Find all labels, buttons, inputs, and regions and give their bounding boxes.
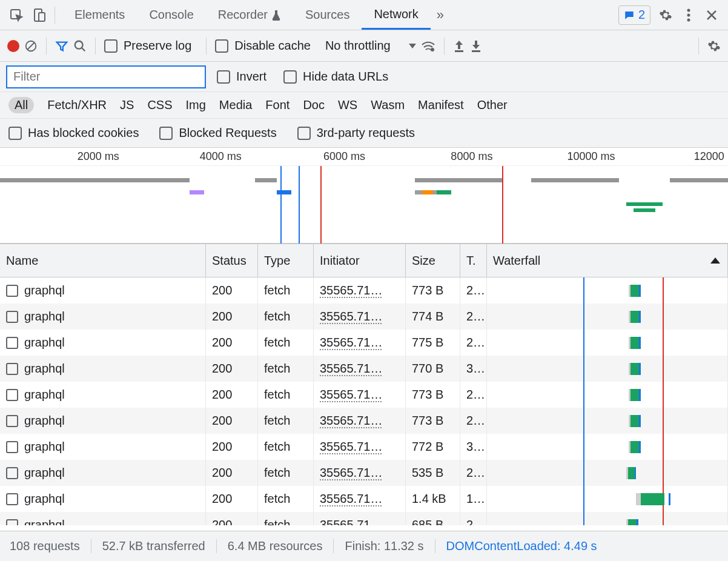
- record-button[interactable]: [7, 40, 19, 52]
- cell-status: 200: [206, 486, 258, 512]
- cell-name: graphql: [0, 356, 206, 382]
- col-size[interactable]: Size: [406, 244, 460, 277]
- tab-console[interactable]: Console: [137, 0, 205, 30]
- col-initiator[interactable]: Initiator: [314, 244, 406, 277]
- initiator-link[interactable]: 35565.71…: [320, 388, 382, 402]
- tab-sources[interactable]: Sources: [293, 0, 362, 30]
- clear-button[interactable]: [24, 39, 38, 53]
- type-js[interactable]: JS: [120, 98, 134, 112]
- type-media[interactable]: Media: [219, 98, 252, 112]
- download-har-icon[interactable]: [470, 39, 482, 53]
- inspect-icon[interactable]: [5, 4, 28, 27]
- initiator-link[interactable]: 35565.71…: [320, 440, 382, 454]
- sort-asc-icon: [710, 257, 720, 264]
- checkbox-icon[interactable]: [6, 337, 18, 349]
- initiator-link[interactable]: 35565.71…: [320, 466, 382, 480]
- checkbox-icon[interactable]: [6, 389, 18, 401]
- kebab-menu-icon[interactable]: [677, 4, 700, 27]
- cell-size: 775 B: [406, 330, 460, 356]
- checkbox-icon[interactable]: [6, 493, 18, 505]
- initiator-link[interactable]: 35565.71…: [320, 518, 382, 525]
- checkbox-icon[interactable]: [6, 441, 18, 453]
- invert-checkbox[interactable]: Invert: [217, 70, 266, 84]
- checkbox-icon[interactable]: [6, 363, 18, 375]
- hide-data-urls-checkbox[interactable]: Hide data URLs: [283, 70, 388, 84]
- checkbox-label: 3rd-party requests: [317, 126, 415, 140]
- panel-settings-icon[interactable]: [707, 39, 721, 53]
- table-row[interactable]: graphql200fetch35565.71…535 B2…: [0, 460, 728, 486]
- table-row[interactable]: graphql200fetch35565.71…773 B2…: [0, 408, 728, 434]
- checkbox-icon[interactable]: [6, 285, 18, 297]
- type-css[interactable]: CSS: [147, 98, 172, 112]
- initiator-link[interactable]: 35565.71…: [320, 284, 382, 297]
- col-time[interactable]: T.: [460, 244, 487, 277]
- type-fetch-xhr[interactable]: Fetch/XHR: [47, 98, 107, 112]
- type-img[interactable]: Img: [186, 98, 206, 112]
- cell-size: 772 B: [406, 434, 460, 460]
- third-party-checkbox[interactable]: 3rd-party requests: [297, 126, 415, 140]
- cell-type: fetch: [258, 382, 314, 408]
- col-waterfall[interactable]: Waterfall: [487, 244, 728, 277]
- tab-label: Elements: [74, 8, 125, 22]
- table-row[interactable]: graphql200fetch35565.71…1.4 kB1…: [0, 486, 728, 512]
- type-other[interactable]: Other: [477, 98, 508, 112]
- tab-network[interactable]: Network: [362, 0, 430, 30]
- has-blocked-cookies-checkbox[interactable]: Has blocked cookies: [8, 126, 139, 140]
- tab-elements[interactable]: Elements: [62, 0, 137, 30]
- cell-initiator: 35565.71…: [314, 434, 406, 460]
- table-row[interactable]: graphql200fetch35565.71…685 B2…: [0, 512, 728, 525]
- col-label: Name: [6, 254, 38, 268]
- table-row[interactable]: graphql200fetch35565.71…775 B2…: [0, 330, 728, 356]
- timeline-overview[interactable]: 2000 ms 4000 ms 6000 ms 8000 ms 10000 ms…: [0, 148, 728, 244]
- waterfall-bar: [629, 389, 641, 401]
- checkbox-icon[interactable]: [6, 467, 18, 479]
- checkbox-icon: [217, 70, 230, 84]
- more-tabs-button[interactable]: »: [431, 7, 450, 23]
- filter-toggle-icon[interactable]: [55, 39, 68, 53]
- cell-name: graphql: [0, 434, 206, 460]
- disable-cache-checkbox[interactable]: Disable cache: [215, 39, 311, 53]
- issues-badge[interactable]: 2: [618, 5, 650, 25]
- preserve-log-checkbox[interactable]: Preserve log: [104, 39, 191, 53]
- initiator-link[interactable]: 35565.71…: [320, 310, 382, 324]
- initiator-link[interactable]: 35565.71…: [320, 414, 382, 428]
- blocked-filter-row: Has blocked cookies Blocked Requests 3rd…: [0, 119, 728, 148]
- upload-har-icon[interactable]: [453, 39, 465, 53]
- throttling-select[interactable]: No throttling: [325, 39, 416, 53]
- checkbox-label: Hide data URLs: [303, 70, 388, 84]
- col-status[interactable]: Status: [206, 244, 258, 277]
- table-row[interactable]: graphql200fetch35565.71…770 B3…: [0, 356, 728, 382]
- initiator-link[interactable]: 35565.71…: [320, 362, 382, 376]
- checkbox-icon[interactable]: [6, 415, 18, 427]
- table-row[interactable]: graphql200fetch35565.71…774 B2…: [0, 304, 728, 330]
- col-type[interactable]: Type: [258, 244, 314, 277]
- type-all[interactable]: All: [8, 97, 34, 113]
- table-row[interactable]: graphql200fetch35565.71…772 B3…: [0, 434, 728, 460]
- checkbox-icon[interactable]: [6, 311, 18, 323]
- cell-status: 200: [206, 330, 258, 356]
- device-toggle-icon[interactable]: [28, 4, 51, 27]
- blocked-requests-checkbox[interactable]: Blocked Requests: [159, 126, 276, 140]
- table-row[interactable]: graphql200fetch35565.71…773 B2…: [0, 382, 728, 408]
- type-font[interactable]: Font: [265, 98, 290, 112]
- network-conditions-icon[interactable]: [421, 40, 435, 52]
- initiator-link[interactable]: 35565.71…: [320, 336, 382, 350]
- requests-table-body[interactable]: graphql200fetch35565.71…773 B2…graphql20…: [0, 277, 728, 525]
- type-manifest[interactable]: Manifest: [418, 98, 464, 112]
- close-icon[interactable]: [700, 4, 723, 27]
- type-doc[interactable]: Doc: [303, 98, 325, 112]
- checkbox-icon: [297, 127, 311, 140]
- table-row[interactable]: graphql200fetch35565.71…773 B2…: [0, 277, 728, 304]
- initiator-link[interactable]: 35565.71…: [320, 492, 382, 506]
- checkbox-icon[interactable]: [6, 519, 18, 526]
- cell-initiator: 35565.71…: [314, 304, 406, 330]
- dcl-line: [583, 356, 584, 382]
- tab-recorder[interactable]: Recorder: [206, 0, 293, 30]
- type-wasm[interactable]: Wasm: [371, 98, 405, 112]
- search-icon[interactable]: [73, 39, 87, 53]
- col-name[interactable]: Name: [0, 244, 206, 277]
- network-toolbar: Preserve log Disable cache No throttling: [0, 30, 728, 62]
- type-ws[interactable]: WS: [338, 98, 357, 112]
- filter-input[interactable]: [6, 65, 206, 88]
- settings-icon[interactable]: [654, 4, 677, 27]
